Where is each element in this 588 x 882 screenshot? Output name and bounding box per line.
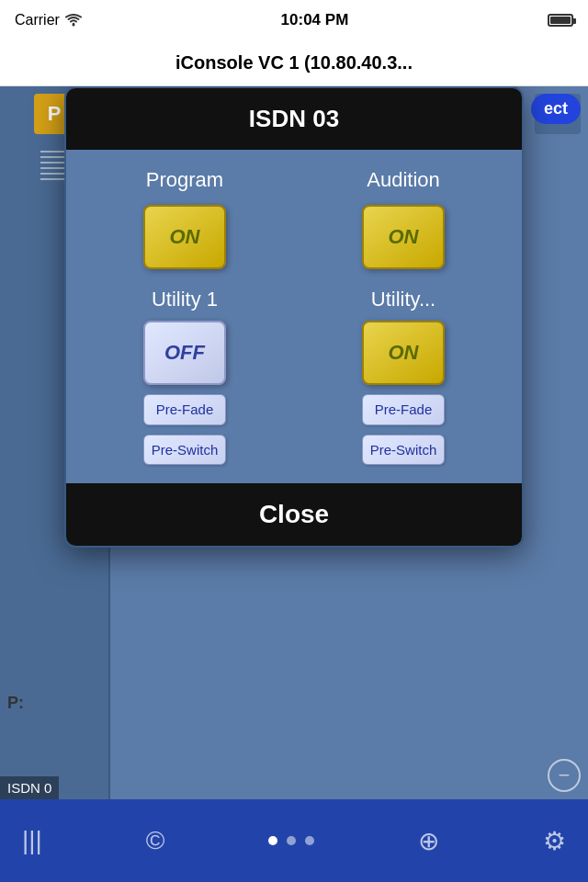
- pre-fade-button-2[interactable]: Pre-Fade: [362, 394, 445, 425]
- gear-icon[interactable]: ⚙: [543, 826, 566, 856]
- svg-point-0: [72, 24, 74, 27]
- app-title: iConsole VC 1 (10.80.40.3...: [175, 52, 413, 74]
- utility-ellipsis-column: Utility... ON Pre-Fade Pre-Switch: [312, 288, 494, 465]
- close-button[interactable]: Close: [66, 483, 522, 546]
- modal-body: Program ON Audition ON Utility 1 OFF Pre…: [66, 150, 522, 483]
- copyright-icon[interactable]: ©: [146, 826, 165, 855]
- audition-column: Audition ON: [312, 168, 494, 269]
- plus-icon[interactable]: ⊕: [418, 826, 439, 856]
- isdn-bottom-label: ISDN 0: [0, 776, 59, 799]
- program-column: Program ON: [94, 168, 276, 269]
- wifi-icon: [65, 14, 82, 27]
- carrier-label: Carrier: [15, 12, 60, 28]
- modal-title: ISDN 03: [249, 105, 339, 132]
- dot-2: [287, 836, 296, 845]
- modal-dialog: ISDN 03 Program ON Audition ON Utility 1…: [64, 86, 524, 548]
- dots-area: [268, 836, 314, 845]
- utility-ellipsis-on-button[interactable]: ON: [362, 321, 445, 385]
- modal-overlay: ISDN 03 Program ON Audition ON Utility 1…: [0, 86, 588, 799]
- audition-label: Audition: [367, 168, 440, 192]
- main-area: P U2 ▼ P: ect ISDN 03: [0, 86, 588, 799]
- dot-1: [268, 836, 277, 845]
- utility1-label: Utility 1: [152, 288, 218, 311]
- battery-icon: [548, 14, 573, 27]
- pre-switch-button-1[interactable]: Pre-Switch: [143, 435, 226, 466]
- program-on-button[interactable]: ON: [143, 205, 226, 269]
- title-bar: iConsole VC 1 (10.80.40.3...: [0, 40, 588, 86]
- audition-on-button[interactable]: ON: [362, 205, 445, 269]
- bottom-toolbar: ||| © ⊕ ⚙: [0, 799, 588, 882]
- status-left: Carrier: [15, 12, 82, 28]
- utility1-off-button[interactable]: OFF: [143, 321, 226, 385]
- program-label: Program: [146, 168, 223, 192]
- time-display: 10:04 PM: [281, 11, 349, 29]
- utility-ellipsis-label: Utility...: [371, 288, 435, 311]
- close-label: Close: [259, 500, 329, 528]
- status-bar: Carrier 10:04 PM: [0, 0, 588, 40]
- status-right: [548, 14, 573, 27]
- bars-icon[interactable]: |||: [22, 826, 42, 855]
- utility1-column: Utility 1 OFF Pre-Fade Pre-Switch: [94, 288, 276, 465]
- modal-header: ISDN 03: [66, 88, 522, 150]
- dot-3: [305, 836, 314, 845]
- pre-switch-button-2[interactable]: Pre-Switch: [362, 435, 445, 466]
- pre-fade-button-1[interactable]: Pre-Fade: [143, 394, 226, 425]
- minus-button[interactable]: −: [548, 759, 581, 792]
